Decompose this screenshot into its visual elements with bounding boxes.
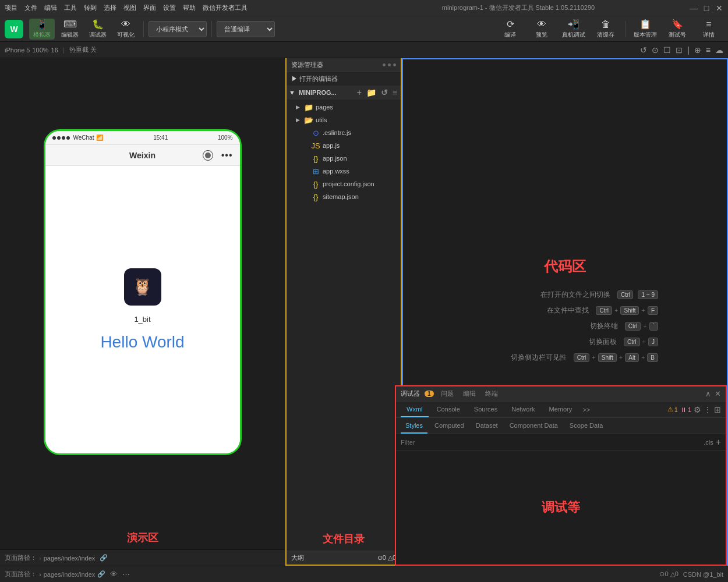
menu-help[interactable]: 帮助 xyxy=(183,3,196,12)
open-editors-section[interactable]: ▶ 打开的编辑器 xyxy=(287,72,401,86)
debug-dock-icon[interactable]: ⊞ xyxy=(714,405,721,414)
menu-edit[interactable]: 编辑 xyxy=(44,3,57,12)
debug-titlebar: 调试器 1 问题 编辑 终端 ∧ ✕ xyxy=(396,386,726,402)
minimize-button[interactable]: — xyxy=(690,4,698,12)
tree-item-appwxss[interactable]: ⊞ app.wxss xyxy=(287,165,401,178)
debug-toolbar-btn[interactable]: 🐛 调试器 xyxy=(85,19,111,40)
compile-button[interactable]: ⟳ 编译 xyxy=(496,19,525,40)
titlebar: 项目 文件 编辑 工具 转到 选择 视图 界面 设置 帮助 微信开发者工具 mi… xyxy=(0,0,728,16)
outline-label[interactable]: 大纲 xyxy=(291,553,304,562)
open-editors-label: ▶ xyxy=(291,75,299,82)
plus-icon[interactable]: ⊕ xyxy=(694,45,701,55)
debug-subtab-scope-data[interactable]: Scope Data xyxy=(565,418,607,434)
status-path[interactable]: 页面路径： › pages/index/index 🔗 xyxy=(5,570,105,579)
sub-toolbar-icons[interactable]: ↺ ⊙ ☐ ⊡ | ⊕ ≡ ☁ xyxy=(640,45,723,55)
tree-item-eslint[interactable]: ⊙ .eslintrc.js xyxy=(287,126,401,139)
menu-goto[interactable]: 转到 xyxy=(84,3,97,12)
tree-item-appjs[interactable]: JS app.js xyxy=(287,139,401,152)
debug-more-icon[interactable]: ⋮ xyxy=(704,405,712,414)
debug-subtab-computed[interactable]: Computed xyxy=(430,418,469,434)
menu-select[interactable]: 选择 xyxy=(104,3,116,12)
status-warn-info: ⊙0 △0 xyxy=(659,570,678,578)
filter-cls-label[interactable]: .cls xyxy=(704,439,713,446)
collapse-btn[interactable]: ≡ xyxy=(391,88,398,97)
menu-settings[interactable]: 设置 xyxy=(163,3,176,12)
orientation: 16 xyxy=(51,47,58,54)
version-label: 版本管理 xyxy=(634,31,657,39)
filter-add-icon[interactable]: + xyxy=(716,437,721,448)
status-eye-icon[interactable]: 👁 xyxy=(110,570,118,579)
tree-item-projectjson[interactable]: {} project.config.json xyxy=(287,178,401,190)
preview-button[interactable]: 👁 预览 xyxy=(527,19,556,40)
debug-top-tab-output[interactable]: 编辑 xyxy=(461,389,478,398)
explorer-header: 资源管理器 xyxy=(287,58,401,72)
debug-settings-icon[interactable]: ⚙ xyxy=(694,405,701,414)
tree-item-utils[interactable]: ▶ 📂 utils xyxy=(287,113,401,126)
debug-close-icon[interactable]: ✕ xyxy=(715,389,721,398)
tree-item-sitemapjson[interactable]: {} sitemap.json xyxy=(287,190,401,203)
status-left-icons[interactable]: 👁 ⋯ xyxy=(110,570,130,579)
simulator-toolbar-btn[interactable]: 📱 模拟器 xyxy=(29,19,55,40)
app-icon: 🦉 xyxy=(124,268,161,306)
mode-dropdown[interactable]: 小程序模式 xyxy=(149,21,207,37)
filter-input[interactable] xyxy=(401,439,704,446)
new-folder-btn[interactable]: 📁 xyxy=(365,88,377,97)
hotreload-toggle[interactable]: 热重截 关 xyxy=(69,45,97,54)
debug-tab-console[interactable]: Console xyxy=(431,402,466,417)
editor-toolbar-btn[interactable]: ⌨ 编辑器 xyxy=(57,19,83,40)
debug-subtab-styles[interactable]: Styles xyxy=(401,418,427,434)
menu-bar[interactable]: 项目 文件 编辑 工具 转到 选择 视图 界面 设置 帮助 微信开发者工具 xyxy=(5,3,347,12)
code-area-label: 代码区 xyxy=(544,257,586,276)
visual-toolbar-btn[interactable]: 👁 可视化 xyxy=(113,19,139,40)
debug-tab-more[interactable]: >> xyxy=(582,406,590,413)
menu-wechat-devtools[interactable]: 微信开发者工具 xyxy=(203,3,248,12)
debug-tab-network[interactable]: Network xyxy=(506,402,540,417)
project-header[interactable]: ▼ MINIPROG... + 📁 ↺ ≡ xyxy=(287,86,401,100)
debug-tab-sources[interactable]: Sources xyxy=(468,402,503,417)
refresh-icon[interactable]: ↺ xyxy=(640,45,647,55)
menu-project[interactable]: 项目 xyxy=(5,3,17,12)
clearcache-button[interactable]: 🗑 清缓存 xyxy=(591,19,620,40)
debug-tab-memory[interactable]: Memory xyxy=(543,402,578,417)
status-more-icon[interactable]: ⋯ xyxy=(122,570,130,579)
simulator-icon: 📱 xyxy=(36,19,48,30)
menu-view[interactable]: 视图 xyxy=(123,3,136,12)
menu-icon[interactable]: ≡ xyxy=(706,45,711,55)
debug-subtab-dataset[interactable]: Dataset xyxy=(471,418,503,434)
refresh-btn[interactable]: ↺ xyxy=(380,88,389,97)
tree-item-pages[interactable]: ▶ 📁 pages xyxy=(287,101,401,113)
debug-top-tab-issues[interactable]: 问题 xyxy=(439,389,456,398)
maximize-button[interactable]: □ xyxy=(702,4,711,12)
new-file-btn[interactable]: + xyxy=(356,88,363,97)
close-button[interactable]: ✕ xyxy=(715,4,723,12)
preview-icon: 👁 xyxy=(537,19,546,30)
compile-dropdown[interactable]: 普通编译 xyxy=(217,21,275,37)
phone-icon[interactable]: ☐ xyxy=(663,45,671,55)
debug-collapse-icon[interactable]: ∧ xyxy=(705,389,711,398)
window-controls[interactable]: — □ ✕ xyxy=(690,4,723,12)
menu-interface[interactable]: 界面 xyxy=(143,3,156,12)
eslint-icon: ⊙ xyxy=(311,129,320,137)
dual-icon[interactable]: ⊡ xyxy=(676,45,683,55)
testid-button[interactable]: 🔖 测试号 xyxy=(663,19,692,40)
simulator-panel: WeChat 📶 15:41 100% Weixin ••• 🦉 xyxy=(0,58,285,566)
open-editors-text: 打开的编辑器 xyxy=(299,75,338,82)
debug-subtab-component-data[interactable]: Component Data xyxy=(505,418,563,434)
debug-tab-wxml[interactable]: Wxml xyxy=(401,402,429,417)
record-icon[interactable]: ⊙ xyxy=(652,45,659,55)
realtest-button[interactable]: 📲 真机调试 xyxy=(559,19,589,40)
nav-record-btn[interactable] xyxy=(203,150,213,161)
toolbar-right-actions: ⟳ 编译 👁 预览 📲 真机调试 🗑 清缓存 📋 版本管理 🔖 测试号 ≡ 详情 xyxy=(496,19,723,40)
menu-tools[interactable]: 工具 xyxy=(64,3,77,12)
project-actions[interactable]: + 📁 ↺ ≡ xyxy=(356,88,398,97)
nav-more-dots[interactable]: ••• xyxy=(221,150,233,161)
dot-4 xyxy=(66,136,70,140)
cloud-icon[interactable]: ☁ xyxy=(715,45,723,55)
version-button[interactable]: 📋 版本管理 xyxy=(630,19,660,40)
details-button[interactable]: ≡ 详情 xyxy=(694,19,723,40)
wxss-icon: ⊞ xyxy=(311,167,320,176)
menu-file[interactable]: 文件 xyxy=(24,3,37,12)
debug-title-actions[interactable]: ∧ ✕ xyxy=(705,389,721,398)
tree-item-appjson[interactable]: {} app.json xyxy=(287,152,401,165)
debug-top-tab-terminal[interactable]: 终端 xyxy=(483,389,500,398)
